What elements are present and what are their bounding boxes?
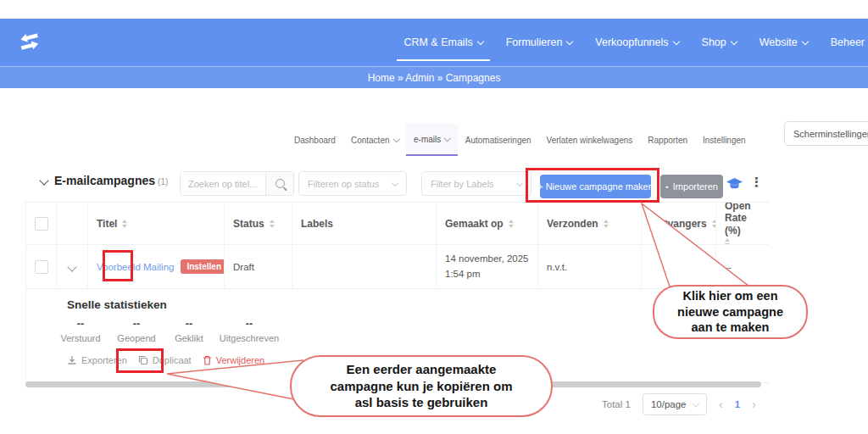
- chevron-down-icon: [444, 135, 451, 142]
- column-label: Open Rate (%): [725, 203, 760, 236]
- tab-instellingen[interactable]: Instellingen: [695, 124, 754, 156]
- select-all-checkbox[interactable]: [35, 217, 48, 231]
- page-title: E-mailcampagnes(1): [54, 174, 168, 187]
- stat-value: --: [164, 318, 214, 330]
- row-checkbox[interactable]: [35, 260, 48, 274]
- tab-e-mails[interactable]: e-mails: [406, 124, 458, 156]
- tab-label: Automatiseringen: [465, 136, 531, 145]
- screen-settings-label: Scherminstellingen: [793, 129, 868, 139]
- stat-label: Geopend: [111, 333, 162, 343]
- cell-titel: Voorbeeld Mailing Instellen: [88, 245, 225, 289]
- nav-beheer[interactable]: Beheer: [831, 36, 865, 48]
- new-campaign-label: + Nieuwe campagne maken: [537, 181, 654, 192]
- tab-dashboard[interactable]: Dashboard: [287, 124, 343, 156]
- sort-icon[interactable]: [604, 220, 609, 228]
- sent-value: n.v.t.: [547, 262, 567, 272]
- duplicate-label: Duplicaat: [153, 355, 192, 365]
- nav-formulieren[interactable]: Formulieren: [506, 36, 573, 48]
- chevron-down-icon: [392, 136, 399, 142]
- breadcrumb[interactable]: Home » Admin » Campagnes: [368, 72, 501, 84]
- chevron-down-icon: [476, 37, 483, 44]
- delete-button[interactable]: Verwijderen: [203, 355, 264, 365]
- nav-crm-emails[interactable]: CRM & Emails: [403, 36, 482, 48]
- more-options-icon[interactable]: ⋮: [750, 175, 763, 190]
- tab-label: Verlaten winkelwagens: [547, 136, 633, 145]
- cell-labels: [292, 245, 437, 289]
- nav-label: Beheer: [831, 36, 865, 48]
- stat-uitgeschreven: -- Uitgeschreven: [211, 318, 287, 343]
- main-nav: CRM & Emails Formulieren Verkoopfunnels …: [403, 36, 868, 48]
- collapse-section-chevron-icon[interactable]: [39, 175, 48, 185]
- page-number-1[interactable]: 1: [735, 399, 740, 409]
- cell-open-rate: --: [716, 245, 769, 289]
- tab-label: Contacten: [351, 136, 390, 145]
- stat-value: --: [55, 318, 106, 330]
- delete-label: Verwijderen: [216, 355, 264, 365]
- nav-label: Website: [760, 36, 798, 48]
- search-input[interactable]: [181, 172, 265, 195]
- import-label: Importeren: [673, 181, 718, 192]
- column-header-status: Status: [225, 203, 292, 245]
- column-header-gemaakt-op: Gemaakt op: [437, 203, 538, 245]
- list-title-text: E-mailcampagnes: [54, 174, 155, 187]
- nav-label: Verkoopfunnels: [595, 36, 668, 48]
- table-header-row: Titel Status Labels Gemaakt op Verzonden…: [26, 203, 770, 245]
- sort-icon[interactable]: [509, 220, 514, 228]
- chevron-down-icon: [392, 179, 398, 186]
- open-rate-value: --: [725, 262, 732, 272]
- tab-contacten[interactable]: Contacten: [343, 124, 406, 156]
- stat-label: Verstuurd: [55, 333, 106, 343]
- tab-label: Rapporten: [648, 136, 687, 145]
- labels-filter-select[interactable]: Filter by Labels: [421, 171, 531, 196]
- page: CRM & Emails Formulieren Verkoopfunnels …: [0, 0, 868, 434]
- callout-duplicate: Een eerder aangemaakte campagne kun je k…: [290, 355, 553, 417]
- nav-verkoopfunnels[interactable]: Verkoopfunnels: [595, 36, 678, 48]
- nav-website[interactable]: Website: [760, 36, 808, 48]
- table-row: Voorbeeld Mailing Instellen Draft 14 nov…: [26, 245, 770, 289]
- next-page-button[interactable]: ›: [752, 398, 756, 411]
- copy-icon: [138, 355, 148, 365]
- stat-verstuurd: -- Verstuurd: [55, 318, 106, 343]
- chevron-down-icon: [801, 37, 808, 44]
- nav-shop[interactable]: Shop: [702, 36, 737, 48]
- callout-new-campaign: Klik hier om een nieuwe campagne aan te …: [653, 285, 808, 339]
- sort-icon[interactable]: [122, 220, 127, 228]
- new-campaign-button[interactable]: + Nieuwe campagne maken: [540, 175, 651, 198]
- sort-icon[interactable]: [725, 238, 730, 245]
- duplicate-button[interactable]: Duplicaat: [138, 355, 192, 365]
- tab-verlaten-winkelwagens[interactable]: Verlaten winkelwagens: [539, 124, 641, 156]
- chevron-down-icon: [672, 37, 679, 44]
- stat-value: --: [211, 318, 287, 330]
- chevron-down-icon: [731, 37, 737, 44]
- search-button[interactable]: [265, 172, 293, 195]
- stat-label: Uitgeschreven: [211, 333, 287, 343]
- expand-column-header: [57, 203, 88, 245]
- tab-label: Dashboard: [294, 136, 336, 145]
- screen-settings-button[interactable]: Scherminstellingen: [784, 121, 868, 146]
- brand-logo-icon[interactable]: [15, 32, 44, 53]
- column-label: Ontvangers: [650, 218, 707, 230]
- column-label: Gemaakt op: [445, 218, 504, 230]
- tab-label: e-mails: [414, 135, 441, 144]
- campaign-title-link[interactable]: Voorbeeld Mailing: [97, 262, 174, 272]
- item-count: (1): [158, 177, 168, 186]
- export-button[interactable]: Exporteren: [67, 355, 127, 365]
- stat-geopend: -- Geopend: [111, 318, 162, 343]
- prev-page-button[interactable]: ‹: [719, 398, 723, 411]
- status-value: Draft: [233, 262, 254, 272]
- row-expand-chevron[interactable]: [67, 262, 76, 271]
- column-header-verzonden: Verzonden: [538, 203, 642, 245]
- tab-automatiseringen[interactable]: Automatiseringen: [458, 124, 539, 156]
- academy-graduation-cap-icon[interactable]: [726, 177, 743, 193]
- status-filter-select[interactable]: Filteren op status: [298, 171, 407, 196]
- export-label: Exporteren: [81, 355, 127, 365]
- import-button[interactable]: Importeren: [660, 175, 723, 198]
- trash-icon: [203, 355, 212, 365]
- top-navigation-bar: CRM & Emails Formulieren Verkoopfunnels …: [0, 19, 868, 66]
- instellen-badge[interactable]: Instellen: [181, 259, 225, 274]
- per-page-select[interactable]: 10/page: [643, 393, 707, 415]
- stat-label: Geklikt: [164, 333, 214, 343]
- tab-rapporten[interactable]: Rapporten: [640, 124, 695, 156]
- stat-geklikt: -- Geklikt: [164, 318, 214, 343]
- sort-icon[interactable]: [270, 220, 275, 228]
